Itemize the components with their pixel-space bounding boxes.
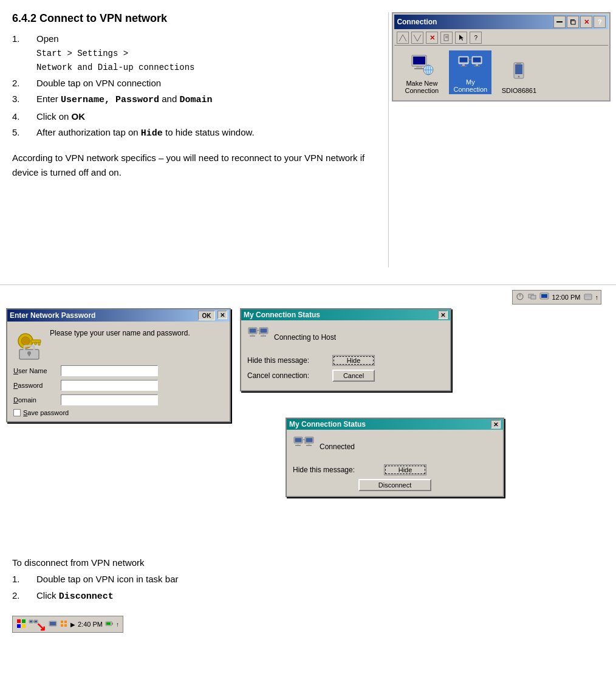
status1-network-icon <box>247 325 269 349</box>
svg-rect-57 <box>306 445 312 446</box>
section-divider <box>0 284 616 285</box>
bottom-taskbar-row: ↘ ▶ 2:40 PM <box>12 616 604 633</box>
taskbar-triangle-icon: ▶ <box>70 621 75 628</box>
step-1: 1. Open Start > Settings > Network and D… <box>12 32 376 74</box>
bottom-section: To disconnect from VPN network 1. Double… <box>0 551 616 639</box>
step-3: 3. Enter Username, Password and Domain <box>12 92 376 108</box>
enp-titlebar-buttons: OK ✕ <box>198 311 227 320</box>
password-input[interactable] <box>61 380 158 391</box>
sdio-image <box>507 60 531 84</box>
step-2: 2. Double tap on VPN connection <box>12 77 376 91</box>
my-connection-icon[interactable]: My Connection <box>449 50 491 94</box>
taskbar-icon-4 <box>583 292 593 303</box>
svg-rect-49 <box>261 336 266 337</box>
svg-rect-55 <box>306 438 313 442</box>
domain-label: Domain <box>13 396 57 404</box>
red-arrow-icon: ↘ <box>36 621 46 633</box>
svg-rect-45 <box>250 336 255 337</box>
svg-rect-28 <box>531 295 536 299</box>
steps-list: 1. Open Start > Settings > Network and D… <box>12 32 376 141</box>
enp-body: Please type your user name and password.… <box>7 322 230 421</box>
taskbar-icon-2 <box>527 292 537 303</box>
sdio-icon[interactable]: SDIO86861 <box>498 60 540 94</box>
toolbar-btn-2[interactable] <box>411 32 423 44</box>
toolbar-icon-2[interactable] <box>567 16 579 28</box>
step-3-text: Enter Username, Password and Domain <box>36 92 212 108</box>
svg-rect-61 <box>17 624 21 628</box>
svg-rect-70 <box>64 621 67 623</box>
make-new-connection-icon[interactable]: Make New Connection <box>400 53 443 94</box>
save-password-label: Save password <box>23 409 69 416</box>
toolbar-titlebar: Connection ✕ ? <box>394 15 608 29</box>
svg-rect-37 <box>35 342 36 345</box>
bottom-taskbar-time: 2:40 PM <box>78 621 103 628</box>
svg-rect-68 <box>50 622 56 625</box>
svg-point-34 <box>21 337 30 345</box>
svg-rect-24 <box>516 63 521 64</box>
cancel-button[interactable]: Cancel <box>332 370 375 382</box>
domain-input[interactable] <box>61 394 158 405</box>
password-label: Password <box>13 382 57 389</box>
svg-rect-47 <box>261 329 267 333</box>
domain-row: Domain <box>13 394 224 405</box>
svg-rect-1 <box>571 21 575 24</box>
screenshots-section: 12:00 PM ↑ Enter Network Password OK ✕ <box>6 290 601 545</box>
enp-title-area: Enter Network Password <box>10 311 95 320</box>
enp-top-area: Please type your user name and password. <box>13 326 224 360</box>
disconnect-step-2: 2. Click Disconnect <box>12 589 604 604</box>
connection-status-dialog-2: My Connection Status ✕ <box>286 418 504 497</box>
hide-message-row: Hide this message: Hide <box>247 355 444 366</box>
make-new-connection-image <box>409 53 434 77</box>
svg-rect-53 <box>295 445 301 446</box>
toolbar-btn-1[interactable] <box>397 32 409 44</box>
toolbar-btn-x[interactable]: ✕ <box>426 32 438 44</box>
enp-close-title-btn[interactable]: ✕ <box>217 311 227 319</box>
step-5-num: 5. <box>12 126 36 141</box>
hide-message-label: Hide this message: <box>247 356 326 365</box>
left-column: 6.4.2 Connect to VPN network 1. Open Sta… <box>0 6 388 274</box>
svg-rect-74 <box>106 622 111 625</box>
sdio-label: SDIO86861 <box>502 87 536 94</box>
svg-rect-41 <box>29 353 30 356</box>
svg-rect-31 <box>584 294 592 300</box>
username-input[interactable] <box>61 365 158 376</box>
password-row: Password <box>13 380 224 391</box>
status2-close-btn[interactable]: ✕ <box>491 420 501 429</box>
svg-rect-19 <box>476 64 478 66</box>
svg-rect-14 <box>460 58 468 63</box>
make-new-connection-label: Make New Connection <box>400 80 443 94</box>
svg-rect-43 <box>250 329 256 333</box>
status1-close-btn[interactable]: ✕ <box>438 311 448 319</box>
hide-button-2[interactable]: Hide <box>384 464 426 475</box>
toolbar-btn-question[interactable]: ? <box>470 32 482 44</box>
svg-rect-51 <box>295 438 302 442</box>
username-row: User Name <box>13 365 224 376</box>
toolbar-close-button[interactable]: ✕ <box>580 16 592 28</box>
toolbar-btn-cursor[interactable] <box>455 32 467 44</box>
status1-title-text: My Connection Status <box>244 311 320 319</box>
cancel-connection-row: Cancel connection: Cancel <box>247 370 444 382</box>
key-icon <box>13 326 45 360</box>
svg-rect-69 <box>61 621 63 623</box>
svg-rect-18 <box>473 58 481 63</box>
toolbar-btn-doc[interactable] <box>440 32 453 44</box>
enp-ok-title-btn[interactable]: OK <box>198 311 215 320</box>
hide-button-1[interactable]: Hide <box>332 355 375 366</box>
toolbar-icon-1[interactable] <box>553 16 566 28</box>
svg-rect-48 <box>262 334 264 336</box>
status1-title-area: My Connection Status <box>244 311 320 319</box>
svg-rect-64 <box>30 621 32 622</box>
toolbar-help-button[interactable]: ? <box>594 16 606 28</box>
svg-rect-22 <box>515 64 522 74</box>
start-flag-icon <box>16 619 26 630</box>
taskbar-icon-5: ↑ <box>595 294 599 301</box>
toolbar-title-buttons: ✕ ? <box>553 16 606 28</box>
status1-text: Connecting to Host <box>274 333 336 342</box>
step-1-num: 1. <box>12 32 36 74</box>
taskbar-icon-up: ↑ <box>116 621 119 628</box>
disconnect-button[interactable]: Disconnect <box>358 479 431 491</box>
step-1-text: Open Start > Settings > Network and Dial… <box>36 32 194 74</box>
step-2-num: 2. <box>12 77 36 91</box>
save-password-checkbox[interactable] <box>13 409 21 416</box>
step-3-num: 3. <box>12 92 36 108</box>
